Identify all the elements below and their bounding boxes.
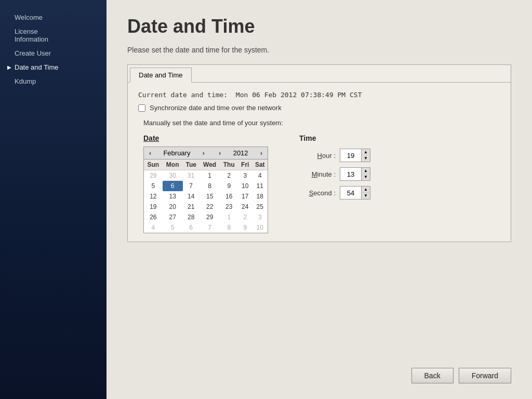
calendar-day[interactable]: 30 bbox=[163, 170, 183, 181]
calendar-week-row: 2930311234 bbox=[144, 170, 268, 181]
calendar-day[interactable]: 14 bbox=[183, 191, 200, 202]
calendar-day[interactable]: 7 bbox=[183, 181, 200, 191]
calendar-month: February bbox=[163, 149, 190, 157]
minute-label: Minute : bbox=[299, 170, 336, 178]
second-spinner: ▲ ▼ bbox=[340, 186, 370, 200]
calendar-day[interactable]: 18 bbox=[252, 191, 268, 202]
tab-container: Date and Time Current date and time: Mon… bbox=[127, 64, 511, 242]
next-month-button[interactable]: › bbox=[201, 150, 207, 157]
calendar-day[interactable]: 8 bbox=[200, 181, 220, 191]
hour-up-button[interactable]: ▲ bbox=[362, 149, 370, 155]
tab-date-and-time[interactable]: Date and Time bbox=[130, 68, 192, 83]
col-sat: Sat bbox=[252, 159, 268, 170]
second-input[interactable] bbox=[340, 188, 361, 198]
hour-label: Hour : bbox=[299, 152, 336, 159]
hour-down-button[interactable]: ▼ bbox=[362, 155, 370, 162]
prev-month-button[interactable]: ‹ bbox=[147, 150, 153, 157]
sidebar-item-date-and-time[interactable]: Date and Time bbox=[0, 60, 107, 74]
second-down-button[interactable]: ▼ bbox=[362, 193, 370, 199]
minute-up-button[interactable]: ▲ bbox=[362, 168, 370, 174]
calendar-day[interactable]: 26 bbox=[144, 212, 163, 222]
col-mon: Mon bbox=[163, 159, 183, 170]
calendar-day[interactable]: 9 bbox=[238, 222, 252, 233]
calendar-day[interactable]: 5 bbox=[144, 181, 163, 191]
calendar-week-row: 19202122232425 bbox=[144, 202, 268, 212]
calendar-day[interactable]: 2 bbox=[238, 212, 252, 222]
col-thu: Thu bbox=[220, 159, 238, 170]
minute-input[interactable] bbox=[340, 169, 361, 179]
calendar-day[interactable]: 15 bbox=[200, 191, 220, 202]
manually-label: Manually set the date and time of your s… bbox=[143, 119, 500, 127]
calendar-day[interactable]: 12 bbox=[144, 191, 163, 202]
sidebar-item-welcome[interactable]: Welcome bbox=[0, 10, 107, 24]
col-sun: Sun bbox=[144, 159, 163, 170]
sidebar: Welcome LicenseInformation Create User D… bbox=[0, 0, 107, 399]
calendar-day[interactable]: 13 bbox=[163, 191, 183, 202]
time-section: Time Hour : ▲ ▼ Minute : bbox=[299, 134, 370, 205]
sidebar-item-kdump[interactable]: Kdump bbox=[0, 74, 107, 88]
prev-year-button[interactable]: ‹ bbox=[217, 150, 223, 157]
calendar-day[interactable]: 5 bbox=[163, 222, 183, 233]
calendar-day[interactable]: 22 bbox=[200, 202, 220, 212]
next-year-button[interactable]: › bbox=[258, 150, 264, 157]
calendar-day[interactable]: 11 bbox=[252, 181, 268, 191]
date-time-row: Date ‹ February › ‹ 2012 › bbox=[143, 134, 500, 233]
calendar-day[interactable]: 4 bbox=[252, 170, 268, 181]
minute-field: Minute : ▲ ▼ bbox=[299, 167, 370, 181]
sync-checkbox[interactable] bbox=[138, 104, 145, 112]
calendar-day[interactable]: 2 bbox=[220, 170, 238, 181]
calendar-year: 2012 bbox=[233, 149, 248, 157]
calendar-week-row: 45678910 bbox=[144, 222, 268, 233]
calendar-day[interactable]: 3 bbox=[238, 170, 252, 181]
calendar-day[interactable]: 19 bbox=[144, 202, 163, 212]
calendar-section: Date ‹ February › ‹ 2012 › bbox=[143, 134, 268, 233]
second-field: Second : ▲ ▼ bbox=[299, 186, 370, 200]
hour-input[interactable] bbox=[340, 151, 361, 161]
calendar-day[interactable]: 4 bbox=[144, 222, 163, 233]
calendar-day[interactable]: 29 bbox=[200, 212, 220, 222]
hour-spinner: ▲ ▼ bbox=[340, 149, 370, 162]
calendar-day[interactable]: 7 bbox=[200, 222, 220, 233]
forward-button[interactable]: Forward bbox=[459, 368, 511, 383]
minute-spinner-buttons: ▲ ▼ bbox=[361, 168, 370, 180]
calendar-day[interactable]: 28 bbox=[183, 212, 200, 222]
current-datetime: Current date and time: Mon 06 Feb 2012 0… bbox=[138, 91, 500, 99]
bottom-bar: Back Forward bbox=[127, 357, 511, 383]
sidebar-item-license-information[interactable]: LicenseInformation bbox=[0, 24, 107, 46]
calendar-day[interactable]: 20 bbox=[163, 202, 183, 212]
calendar-day[interactable]: 6 bbox=[183, 222, 200, 233]
minute-spinner: ▲ ▼ bbox=[340, 167, 370, 181]
calendar-day[interactable]: 9 bbox=[220, 181, 238, 191]
time-section-label: Time bbox=[299, 134, 370, 142]
calendar-day[interactable]: 10 bbox=[252, 222, 268, 233]
hour-spinner-buttons: ▲ ▼ bbox=[361, 149, 370, 162]
calendar-day[interactable]: 24 bbox=[238, 202, 252, 212]
calendar-day[interactable]: 1 bbox=[220, 212, 238, 222]
calendar-day[interactable]: 16 bbox=[220, 191, 238, 202]
back-button[interactable]: Back bbox=[411, 368, 454, 383]
calendar-day[interactable]: 25 bbox=[252, 202, 268, 212]
calendar-day[interactable]: 23 bbox=[220, 202, 238, 212]
page-subtitle: Please set the date and time for the sys… bbox=[127, 46, 511, 54]
calendar-nav: ‹ February › ‹ 2012 › bbox=[144, 147, 268, 159]
minute-down-button[interactable]: ▼ bbox=[362, 174, 370, 180]
calendar-day[interactable]: 17 bbox=[238, 191, 252, 202]
calendar-week-row: 12131415161718 bbox=[144, 191, 268, 202]
col-tue: Tue bbox=[183, 159, 200, 170]
calendar-day[interactable]: 29 bbox=[144, 170, 163, 181]
date-section-label: Date bbox=[143, 134, 268, 142]
calendar-day[interactable]: 27 bbox=[163, 212, 183, 222]
calendar-day[interactable]: 6 bbox=[163, 181, 183, 191]
calendar-day[interactable]: 8 bbox=[220, 222, 238, 233]
tab-content: Current date and time: Mon 06 Feb 2012 0… bbox=[128, 83, 511, 242]
second-up-button[interactable]: ▲ bbox=[362, 187, 370, 193]
calendar-day[interactable]: 10 bbox=[238, 181, 252, 191]
tab-header: Date and Time bbox=[128, 65, 511, 83]
col-wed: Wed bbox=[200, 159, 220, 170]
calendar-day[interactable]: 1 bbox=[200, 170, 220, 181]
sidebar-item-create-user[interactable]: Create User bbox=[0, 46, 107, 60]
calendar-day[interactable]: 21 bbox=[183, 202, 200, 212]
calendar-day[interactable]: 3 bbox=[252, 212, 268, 222]
sync-label: Synchronize date and time over the netwo… bbox=[150, 104, 282, 112]
calendar-day[interactable]: 31 bbox=[183, 170, 200, 181]
